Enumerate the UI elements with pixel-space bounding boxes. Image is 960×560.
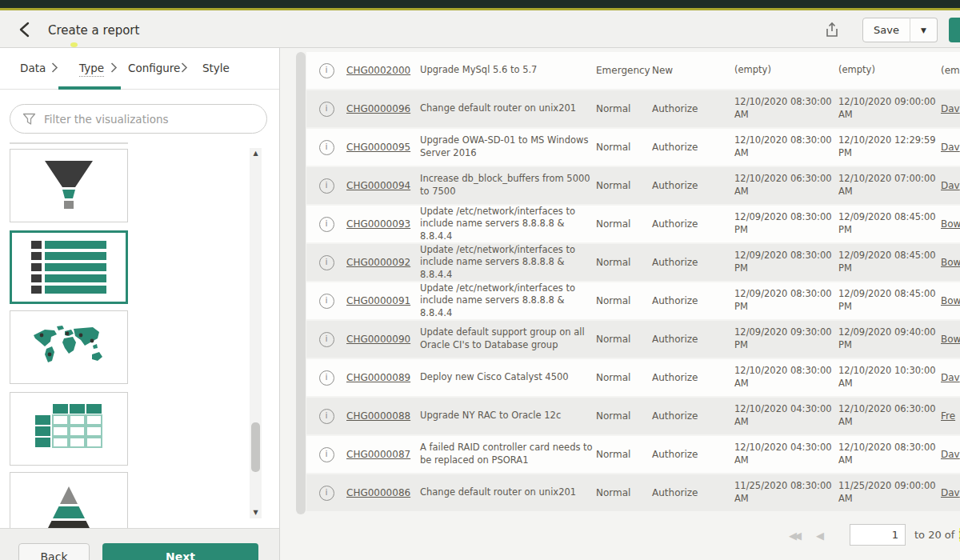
viz-thumb-map[interactable]	[10, 310, 128, 384]
record-number-link[interactable]: CHG0000091	[346, 294, 420, 307]
info-icon[interactable]: i	[319, 255, 334, 270]
assigned-to-link[interactable]: Fre	[941, 410, 960, 422]
page-number-input[interactable]	[850, 524, 906, 546]
record-number-link[interactable]: CHG0000088	[346, 410, 420, 422]
assigned-to-link[interactable]: Bow	[941, 333, 960, 346]
record-number-link[interactable]: CHG0000093	[346, 218, 420, 230]
table-row: i CHG0000095 Upgrade OWA-SD-01 to MS Win…	[306, 127, 960, 166]
priority-cell: Emergency	[596, 64, 652, 77]
assigned-to-link[interactable]: Bow	[941, 256, 960, 269]
scroll-up-icon[interactable]: ▲	[250, 148, 262, 159]
filter-visualizations-input[interactable]	[44, 110, 254, 127]
info-icon[interactable]: i	[319, 217, 334, 232]
list-chart-icon	[31, 241, 106, 294]
viz-list-scrollbar[interactable]: ▲ ▼	[250, 148, 262, 518]
record-number-link[interactable]: CHG0000090	[346, 333, 420, 346]
info-icon[interactable]: i	[319, 447, 334, 462]
state-cell: Authorize	[652, 486, 734, 499]
info-icon[interactable]: i	[319, 486, 334, 501]
wizard-step-style[interactable]: Style	[202, 62, 230, 74]
scrollbar-thumb[interactable]	[251, 422, 260, 472]
assigned-to-link[interactable]: Dav	[941, 486, 960, 499]
info-icon[interactable]: i	[319, 409, 334, 424]
assigned-to-link[interactable]: Dav	[941, 102, 960, 115]
chevron-right-icon	[51, 62, 58, 73]
short-description-cell: Upgrade MySql 5.6 to 5.7	[420, 64, 594, 77]
priority-cell: Normal	[596, 371, 652, 384]
priority-cell: Normal	[596, 333, 652, 346]
short-description-cell: Change default router on unix201	[420, 102, 594, 115]
info-icon[interactable]: i	[319, 178, 334, 194]
viz-thumb-funnel[interactable]	[10, 149, 128, 222]
first-page-icon[interactable]: ◀◀	[789, 530, 798, 542]
save-button[interactable]: Save	[862, 18, 910, 42]
info-cell: i	[306, 370, 346, 386]
state-cell: Authorize	[652, 102, 734, 115]
short-description-cell: Update /etc/network/interfaces to includ…	[420, 282, 594, 319]
wizard-step-configure[interactable]: Configure	[128, 62, 180, 74]
share-icon[interactable]	[822, 21, 842, 40]
start-date-cell: (empty)	[734, 64, 838, 77]
record-number-link[interactable]: CHG0000087	[346, 448, 420, 461]
end-date-cell: (empty)	[838, 64, 941, 77]
start-date-cell: 12/10/2020 08:30:00 AM	[734, 96, 838, 121]
info-cell: i	[306, 140, 346, 155]
assigned-to-link[interactable]: Bow	[941, 294, 960, 307]
priority-cell: Normal	[596, 486, 652, 499]
pagination-bar: ◀◀ ◀ to 20 of 100	[280, 514, 960, 560]
wizard-breadcrumb: Data Type Configure Style	[0, 48, 279, 90]
short-description-cell: Upgrade OWA-SD-01 to MS Windows Server 2…	[420, 134, 594, 159]
assigned-to-link[interactable]: Dav	[941, 179, 960, 192]
state-cell: Authorize	[652, 448, 734, 461]
record-number-link[interactable]: CHG0000096	[346, 102, 420, 115]
pyramid-chart-icon	[35, 483, 102, 528]
short-description-cell: Upgrade NY RAC to Oracle 12c	[420, 410, 594, 422]
assigned-to-link[interactable]: Dav	[941, 141, 960, 154]
scroll-down-icon[interactable]: ▼	[250, 507, 262, 518]
info-icon[interactable]: i	[319, 102, 334, 117]
info-icon[interactable]: i	[319, 140, 334, 155]
record-number-link[interactable]: CHG0000089	[346, 371, 420, 384]
info-cell: i	[306, 486, 346, 501]
priority-cell: Normal	[596, 448, 652, 461]
priority-cell: Normal	[596, 141, 652, 154]
assigned-to-link[interactable]: Dav	[941, 448, 960, 461]
start-date-cell: 12/10/2020 08:30:00 AM	[734, 365, 838, 390]
assigned-to-link[interactable]: Dav	[941, 371, 960, 384]
start-date-cell: 12/09/2020 08:30:00 PM	[734, 288, 838, 313]
short-description-cell: Update default support group on all Orac…	[420, 326, 594, 351]
record-number-link[interactable]: CHG0000086	[346, 486, 420, 499]
record-number-link[interactable]: CHG0002000	[346, 64, 420, 77]
short-description-cell: Deploy new Cisco Catalyst 4500	[420, 371, 594, 384]
viz-thumb-pivot-table[interactable]	[10, 392, 128, 466]
assigned-to-link[interactable]: Bow	[941, 218, 960, 230]
info-cell: i	[306, 63, 346, 78]
back-icon[interactable]	[18, 21, 34, 38]
record-number-link[interactable]: CHG0000095	[346, 141, 420, 154]
save-menu-button[interactable]: ▼	[910, 18, 938, 42]
previous-page-icon[interactable]: ◀	[816, 530, 824, 542]
active-step-indicator	[58, 86, 121, 90]
info-icon[interactable]: i	[319, 63, 334, 78]
next-button[interactable]: Next	[102, 543, 258, 560]
offscreen-primary-button[interactable]	[949, 18, 960, 42]
wizard-step-data[interactable]: Data	[20, 62, 46, 74]
info-icon[interactable]: i	[319, 294, 334, 309]
info-icon[interactable]: i	[319, 370, 334, 386]
wizard-step-type[interactable]: Type	[79, 62, 104, 77]
table-row: i CHG0000096 Change default router on un…	[306, 89, 960, 127]
report-preview-area: i CHG0002000 Upgrade MySql 5.6 to 5.7 Em…	[280, 48, 960, 560]
viz-thumb-pyramid[interactable]	[10, 472, 128, 528]
table-left-scrollbar[interactable]	[296, 52, 306, 514]
state-cell: Authorize	[652, 256, 734, 269]
world-map-icon	[27, 324, 110, 370]
assigned-to-link[interactable]: (empty)	[941, 64, 960, 77]
end-date-cell: 12/09/2020 08:45:00 PM	[838, 288, 941, 313]
visualization-filter	[10, 104, 267, 134]
record-number-link[interactable]: CHG0000094	[346, 179, 420, 192]
viz-thumb-list[interactable]	[10, 230, 128, 304]
back-button[interactable]: Back	[18, 543, 90, 560]
record-number-link[interactable]: CHG0000092	[346, 256, 420, 269]
info-icon[interactable]: i	[319, 332, 334, 347]
end-date-cell: 11/25/2020 09:00:00 AM	[838, 480, 941, 505]
